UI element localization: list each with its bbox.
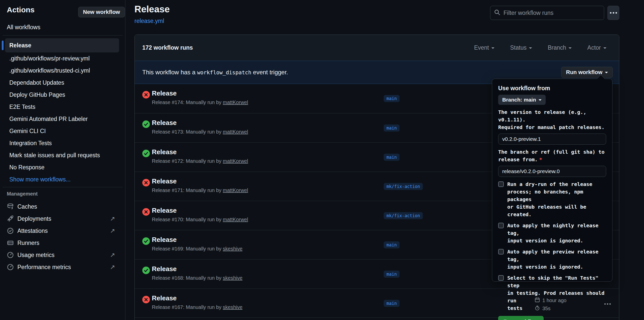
run-title-link[interactable]: Release xyxy=(152,207,177,214)
chevron-down-icon xyxy=(529,47,532,50)
branch-badge[interactable]: main xyxy=(384,154,400,161)
management-section-label: Management xyxy=(7,191,38,197)
failed-status-icon xyxy=(142,296,150,303)
success-status-icon xyxy=(142,120,150,128)
popup-option-row: Run a dry-run of the releaseprocess; no … xyxy=(498,180,606,218)
page-kebab-menu-button[interactable] xyxy=(607,6,619,20)
branch-badge[interactable]: main xyxy=(384,95,400,102)
new-workflow-button[interactable]: New workflow xyxy=(78,7,125,17)
runs-card-header: 172 workflow runs EventStatusBranchActor xyxy=(135,35,619,61)
workflow-label: E2E Tests xyxy=(9,104,35,110)
sidebar-divider xyxy=(3,187,123,187)
ref-field-label: The branch or ref (full git sha) torelea… xyxy=(498,148,606,163)
filter-status[interactable]: Status xyxy=(510,44,532,51)
branch-badge[interactable]: main xyxy=(384,271,400,278)
popup-checkboxes: Run a dry-run of the releaseprocess; no … xyxy=(498,180,606,312)
sidebar-item-performance-metrics[interactable]: Performance metrics↗ xyxy=(0,261,125,273)
run-title-link[interactable]: Release xyxy=(152,265,177,273)
branch-badge[interactable]: main xyxy=(384,241,400,248)
filter-workflow-runs-input[interactable] xyxy=(503,10,600,16)
actor-link[interactable]: skeshive xyxy=(223,304,242,310)
actor-link[interactable]: skeshive xyxy=(223,275,242,281)
run-meta: Release #168: Manually run by skeshive xyxy=(152,275,242,281)
meter-icon xyxy=(7,251,14,259)
filter-event[interactable]: Event xyxy=(474,44,494,51)
run-title-link[interactable]: Release xyxy=(152,236,177,244)
run-workflow-submit-button[interactable]: Run workflow xyxy=(498,316,544,320)
rocket-icon xyxy=(7,215,14,222)
workflow-label: No Response xyxy=(9,164,44,171)
run-meta: Release #171: Manually run by mattKorwel xyxy=(152,187,248,193)
run-title-link[interactable]: Release xyxy=(152,177,177,185)
filter-workflow-runs-box xyxy=(490,6,604,20)
filter-actor[interactable]: Actor xyxy=(587,44,606,51)
runs-count: 172 workflow runs xyxy=(142,44,193,51)
sidebar-item-workflow[interactable]: Integration Tests xyxy=(5,137,119,149)
ref-input[interactable] xyxy=(498,166,606,177)
sidebar-item-workflow[interactable]: .github/workflows/trusted-ci.yml xyxy=(5,65,119,77)
run-title-link[interactable]: Release xyxy=(152,148,177,156)
chevron-down-icon xyxy=(603,47,606,50)
sidebar-item-all-workflows[interactable]: All workflows xyxy=(7,24,40,31)
version-field-label: The version to release (e.g., v0.1.11).R… xyxy=(498,108,606,131)
option-checkbox[interactable] xyxy=(498,275,504,281)
branch-selector-button[interactable]: Branch: main xyxy=(498,95,546,105)
workflow-label: Deploy GitHub Pages xyxy=(9,91,65,98)
popup-option-row: Auto apply the preview release tag,input… xyxy=(498,248,606,271)
run-workflow-dropdown-button[interactable]: Run workflow xyxy=(561,67,613,78)
sidebar-item-workflow[interactable]: Release xyxy=(5,38,119,52)
run-meta: Release #167: Manually run by skeshive xyxy=(152,304,242,310)
branch-badge[interactable]: mk/fix-action xyxy=(384,183,423,190)
popup-option-row: Select to skip the "Run Tests" stepin te… xyxy=(498,274,606,312)
management-label: Deployments xyxy=(17,215,51,222)
run-title-link[interactable]: Release xyxy=(152,119,177,127)
sidebar-item-workflow[interactable]: Dependabot Updates xyxy=(5,77,119,89)
branch-badge[interactable]: main xyxy=(384,124,400,132)
sidebar-item-workflow[interactable]: Deploy GitHub Pages xyxy=(5,89,119,101)
sidebar-item-workflow[interactable]: Gemini CLI CI xyxy=(5,125,119,137)
workflow-list: Release.github/workflows/pr-review.yml.g… xyxy=(0,38,125,185)
option-checkbox[interactable] xyxy=(498,223,504,228)
external-link-icon: ↗ xyxy=(110,215,115,222)
show-more-workflows-link[interactable]: Show more workflows... xyxy=(5,173,119,185)
option-checkbox[interactable] xyxy=(498,181,504,187)
workflow-label: Gemini CLI CI xyxy=(9,128,46,135)
branch-badge[interactable]: main xyxy=(384,300,400,307)
filter-branch[interactable]: Branch xyxy=(548,44,572,51)
actor-link[interactable]: mattKorwel xyxy=(223,158,248,164)
option-checkbox[interactable] xyxy=(498,249,504,254)
option-label: Auto apply the nightly release tag,input… xyxy=(507,222,606,244)
management-label: Runners xyxy=(17,240,39,246)
sidebar-item-workflow[interactable]: E2E Tests xyxy=(5,101,119,113)
chevron-down-icon xyxy=(491,47,494,50)
workflow-file-link[interactable]: release.yml xyxy=(134,18,164,24)
workflow-label: Release xyxy=(9,42,31,49)
management-label: Performance metrics xyxy=(17,264,71,271)
sidebar-item-usage-metrics[interactable]: Usage metrics↗ xyxy=(0,249,125,261)
sidebar-item-workflow[interactable]: .github/workflows/pr-review.yml xyxy=(5,52,119,65)
sidebar-item-attestations[interactable]: Attestations↗ xyxy=(0,225,125,237)
actor-link[interactable]: skeshive xyxy=(223,246,242,251)
actor-link[interactable]: mattKorwel xyxy=(223,100,248,105)
sidebar-item-workflow[interactable]: No Response xyxy=(5,161,119,173)
external-link-icon: ↗ xyxy=(110,264,115,271)
sidebar-item-caches[interactable]: Caches xyxy=(0,201,125,213)
branch-badge[interactable]: mk/fix-action xyxy=(384,212,423,219)
success-status-icon xyxy=(142,150,150,157)
version-input[interactable] xyxy=(498,134,606,145)
actor-link[interactable]: mattKorwel xyxy=(223,187,248,193)
run-title-link[interactable]: Release xyxy=(152,89,177,97)
meter-icon xyxy=(7,264,14,271)
sidebar-item-workflow[interactable]: Mark stale issues and pull requests xyxy=(5,149,119,161)
failed-status-icon xyxy=(142,179,150,186)
chevron-down-icon xyxy=(605,72,608,75)
failed-status-icon xyxy=(142,208,150,216)
run-title-link[interactable]: Release xyxy=(152,294,177,302)
sidebar-item-runners[interactable]: Runners xyxy=(0,237,125,249)
option-label: Auto apply the preview release tag,input… xyxy=(507,248,606,271)
actor-link[interactable]: mattKorwel xyxy=(223,217,248,222)
actor-link[interactable]: mattKorwel xyxy=(223,129,248,135)
run-meta: Release #172: Manually run by mattKorwel xyxy=(152,158,248,164)
sidebar-item-deployments[interactable]: Deployments↗ xyxy=(0,213,125,225)
sidebar-item-workflow[interactable]: Gemini Automated PR Labeler xyxy=(5,113,119,125)
